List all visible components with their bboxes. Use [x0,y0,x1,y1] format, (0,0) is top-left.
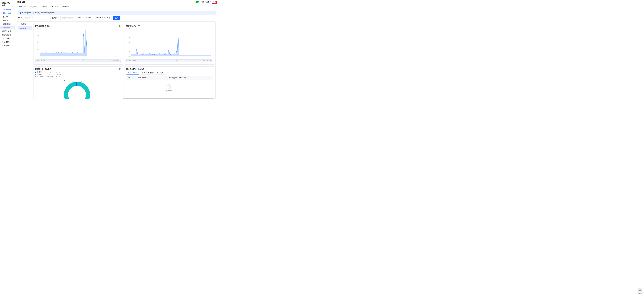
traffic-tabs: 全局流量 缓存流量 权威流量 转发流量 递归流量 [15,4,219,9]
sidebar-item-public-dns[interactable]: 公网DNS服务 [0,8,15,11]
fullscreen-icon[interactable] [120,25,121,27]
group-item-resolution-detail[interactable]: 解析详情 [18,26,32,30]
svg-text:01-16 01:52: 01-16 01:52 [134,57,140,58]
svg-text:600: 600 [37,35,39,36]
tab-authoritative-traffic[interactable]: 权威流量 [39,4,50,9]
request-volume-card: 解析请求量分析（次） 020040060080001-16 00:0001-16… [33,23,123,65]
toggle-knob [198,1,200,3]
svg-text:120: 120 [128,27,130,29]
client-ip-type-select[interactable]: 客户端IP [50,16,60,19]
fullscreen-icon[interactable] [210,68,212,70]
sidebar-item-quota-management[interactable]: 配额管理 [0,44,15,47]
toggle-status-text: 流量分析开启 [202,1,211,3]
svg-text:40: 40 [129,46,130,48]
tab-recursive-traffic[interactable]: 递归流量 [60,4,71,9]
card-title: 解析请求量分析（次） [35,25,51,27]
seg-btn-subdomain[interactable]: 子域名 [139,71,146,74]
vpc-select-placeholder: 请选择VPC [24,17,32,19]
datazoom-handle-right[interactable] [120,60,121,61]
tab-cache-traffic[interactable]: 缓存流量 [28,4,39,9]
svg-text:01-16 07:28: 01-16 07:28 [62,57,68,58]
fullscreen-icon[interactable] [210,25,212,27]
svg-text:01-16 07:28: 01-16 07:28 [153,57,159,58]
svg-text:01-16 00:00: 01-16 00:00 [128,57,134,58]
legend-item-cache[interactable]: 缓存应答 9.18 µs 99.38% [35,73,121,75]
top-ranking-card: 解析请求量TOP排名分析 域名（Zone） 子域名 私有网络 客户端IP [124,66,214,99]
search-button[interactable]: 查询 [113,16,120,20]
sidebar-item-request-stats[interactable]: 请求量统计 [0,22,15,26]
sort-icon[interactable] [187,77,188,78]
svg-text:01-16 22:24: 01-16 22:24 [112,57,117,58]
sidebar-item-traffic-analysis[interactable]: 流量分析 [0,26,15,29]
link-icon [2,41,3,43]
seg-btn-zone[interactable]: 域名（Zone） [126,71,139,74]
chevron-up-icon [13,13,14,14]
vpc-select[interactable]: 请选择VPC [23,16,49,20]
svg-text:80: 80 [129,37,130,38]
tab-global-traffic[interactable]: 全局流量 [17,4,28,9]
settings-link[interactable]: 设置 [212,1,217,3]
sidebar-item-log-management[interactable]: 解析日志管理 [0,29,15,33]
request-volume-datazoom[interactable]: 2026-01-16 00:00 2026-01-16 23:59 [35,59,121,62]
svg-text:01-16 13:04: 01-16 13:04 [172,57,177,58]
card-title: 解析时延分析（ms） [126,25,142,27]
datazoom-handle-left[interactable] [35,60,36,61]
sidebar-item-tools-services[interactable]: 工具与服务 [0,37,15,40]
svg-text:01-16 18:40: 01-16 18:40 [190,57,196,58]
group-type-panel: 分组类型 解析详情 [18,22,32,99]
group-type-title: 分组类型 [18,23,32,26]
hit-module-card: 解析请求命中模块分析 权威应答 21.61 µs 0.61% [33,66,123,99]
seg-btn-private-network[interactable]: 私有网络 [146,71,156,74]
svg-text:01-16 14:56: 01-16 14:56 [87,57,92,58]
traffic-analysis-toggle[interactable]: 开 [196,1,200,3]
page-content: 包含缓存流量、权威流量、递归流量和转发流量 VPC: 请选择VPC 客户端IP … [15,9,219,99]
sidebar-item-smart-traffic[interactable]: 智能流量管理 [0,33,15,37]
svg-text:01-16 14:56: 01-16 14:56 [178,57,184,58]
horizontal-scrollbar-thumb[interactable] [123,98,214,99]
toggle-on-label: 开 [196,1,198,3]
client-ip-input[interactable] [60,16,76,19]
datazoom-handle-right[interactable] [211,60,212,61]
filter-bar: VPC: 请选择VPC 客户端IP 2026-01-16 00:00 — 202… [18,16,216,20]
seg-btn-client-ip[interactable]: 客户端IP [156,71,165,74]
info-banner-text: 包含缓存流量、权威流量、递归流量和转发流量 [22,12,54,14]
datazoom-end: 2026-01-16 23:59 [111,59,120,62]
svg-text:100: 100 [128,32,130,33]
svg-text:01-16 03:44: 01-16 03:44 [50,57,55,58]
svg-text:520: 520 [63,80,65,82]
svg-text:01-16 03:44: 01-16 03:44 [141,57,146,58]
svg-text:01-16 00:00: 01-16 00:00 [37,57,43,58]
col-rank: 排名 [126,77,137,79]
datazoom-handle-left[interactable] [126,60,127,61]
calendar-icon [109,17,110,19]
ranking-dimension-group: 域名（Zone） 子域名 私有网络 客户端IP [126,71,212,74]
analysis-panel: 分组类型 解析详情 解析请求量分析（次） 020040060080001-16 … [18,21,216,99]
tab-forward-traffic[interactable]: 转发流量 [50,4,60,9]
chevron-down-icon [13,9,14,10]
svg-text:01-16 09:20: 01-16 09:20 [68,57,74,58]
info-icon [20,12,21,14]
app: 智能云解析 DNS 公网DNS服务 内网DNS服务 私有域 解析器 请求量统计 … [0,0,219,99]
client-ip-filter: 客户端IP [50,16,76,20]
svg-text:01-16 05:36: 01-16 05:36 [56,57,61,58]
svg-text:20: 20 [129,51,130,52]
sidebar-item-resolver[interactable]: 解析器 [0,19,15,22]
legend-item-recursive[interactable]: 递归应答 13194.00 µs 0.01% [35,75,121,78]
chevron-down-icon [58,17,60,18]
datazoom-end: 2026-01-16 23:59 [202,59,211,62]
legend-item-authoritative[interactable]: 权威应答 21.61 µs 0.61% [35,71,121,73]
date-range-picker[interactable]: 2026-01-16 00:00 — 2026-01-16 23:59 [77,16,112,20]
charts-grid: 解析请求量分析（次） 020040060080001-16 00:0001-16… [32,22,216,99]
sidebar-item-tag-management[interactable]: 标签管理 [0,40,15,44]
svg-text:0: 0 [129,56,130,57]
page-title: 流量分析 [17,1,196,3]
latency-chart: 02040608010012001-16 00:0001-16 01:5201-… [126,27,212,59]
svg-text:01-16 01:52: 01-16 01:52 [43,57,49,58]
sidebar-item-private-dns[interactable]: 内网DNS服务 [0,11,15,15]
vpc-label: VPC: [18,17,22,19]
sidebar-item-private-zone[interactable]: 私有域 [0,15,15,19]
fullscreen-icon[interactable] [120,68,121,70]
latency-datazoom[interactable]: 2026-01-16 00:00 2026-01-16 23:59 [126,59,212,62]
link-icon [2,45,3,46]
svg-text:01-16 18:40: 01-16 18:40 [99,57,105,58]
